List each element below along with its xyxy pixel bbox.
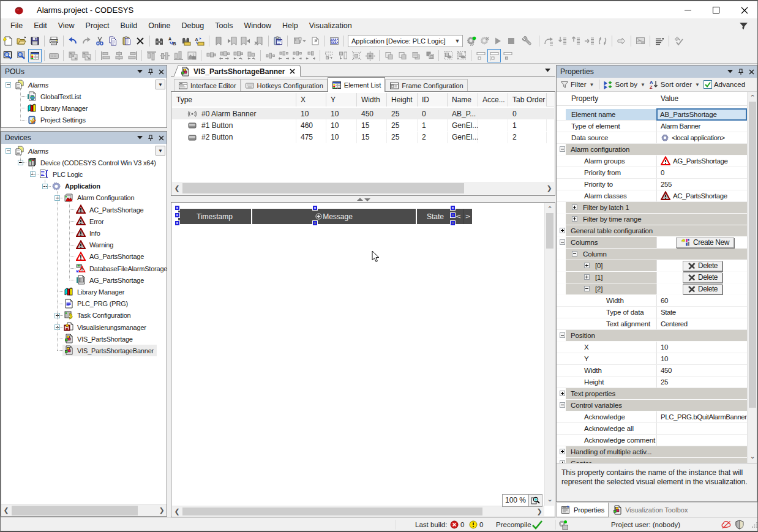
order-3-button[interactable]	[409, 49, 422, 62]
menu-debug[interactable]: Debug	[176, 19, 209, 32]
paste-button[interactable]	[120, 34, 133, 48]
selection-handle[interactable]	[451, 213, 455, 217]
undo-button[interactable]	[66, 34, 80, 48]
selection-handle[interactable]	[451, 206, 455, 210]
scroll-right-icon[interactable]: ❯	[157, 504, 167, 517]
menu-window[interactable]: Window	[238, 19, 276, 32]
tree-item-databasefilealarmstorage[interactable]: DatabaseFileAlarmStorage	[1, 263, 167, 274]
advanced-checkbox[interactable]: Advanced	[702, 80, 746, 89]
menu-tools[interactable]: Tools	[209, 19, 238, 32]
paste-special-button[interactable]	[271, 34, 285, 48]
group-expander-expanded[interactable]	[572, 251, 577, 257]
build-check-button[interactable]	[672, 34, 685, 48]
menu-funnel-icon[interactable]	[739, 21, 748, 31]
align-center-button[interactable]	[112, 49, 126, 62]
minimize-button[interactable]	[674, 1, 702, 19]
property-row-type-of-element[interactable]: Type of elementAlarm Banner	[557, 121, 747, 132]
property-value[interactable]	[656, 435, 747, 446]
banner-nav-button-next[interactable]: >	[463, 209, 472, 224]
scroll-thumb[interactable]	[182, 508, 482, 515]
bm-prev-button[interactable]	[225, 34, 239, 48]
order-4-button[interactable]	[422, 49, 436, 62]
tree-item-alarm-configuration[interactable]: Alarm Configuration	[1, 192, 167, 204]
delete-button[interactable]: Delete	[683, 272, 722, 283]
group-expander-expanded[interactable]	[560, 332, 565, 338]
properties-pin-icon[interactable]	[738, 69, 743, 75]
document-tab-close-icon[interactable]	[290, 69, 295, 74]
active-application-combobox[interactable]: Application [Device: PLC Logic]▼	[348, 35, 463, 47]
tpl2-button[interactable]	[80, 49, 93, 62]
alarm-banner-column-state[interactable]: State	[417, 209, 454, 224]
group-button[interactable]	[441, 49, 455, 62]
tree-item-library-manager[interactable]: Library Manager	[1, 286, 167, 298]
property-value[interactable]: PLC_PRG.bQuitAlarmBanner	[656, 411, 747, 422]
menu-build[interactable]: Build	[114, 19, 143, 32]
group-expander-collapsed[interactable]	[584, 274, 590, 280]
menu-project[interactable]: Project	[80, 19, 115, 32]
alarm-banner-column-message[interactable]: Message	[252, 209, 416, 224]
property-group-position[interactable]: Position	[557, 330, 747, 342]
tree-item-ag-partsshortage[interactable]: AG_PartsShortage	[1, 274, 167, 286]
tree-item-visualisierungsmanager[interactable]: Visualisierungsmanager	[1, 321, 167, 333]
bottom-tab-visualization-toolbox[interactable]: Visualization Toolbox	[609, 503, 691, 517]
group-expander-collapsed[interactable]	[560, 449, 565, 454]
delete-button[interactable]	[133, 34, 147, 48]
order-1-button[interactable]	[382, 49, 396, 62]
mode-edit-button[interactable]	[487, 49, 501, 62]
group-expander-expanded[interactable]	[560, 239, 565, 245]
subtab-interface-editor[interactable]: Interface Editor	[174, 79, 241, 92]
element-row-1[interactable]: #1 Button4601015251GenEl...1	[172, 119, 554, 131]
scroll-thumb[interactable]	[182, 183, 464, 193]
property-row-width[interactable]: Width450	[557, 365, 747, 377]
column-header-tab-order[interactable]: Tab Order	[508, 93, 547, 107]
scroll-left-icon[interactable]: ❮	[172, 182, 182, 195]
scroll-thumb[interactable]	[546, 213, 553, 249]
zoom-value[interactable]: 100 %	[502, 494, 529, 507]
copy-button[interactable]	[107, 34, 120, 48]
scroll-left-icon[interactable]: ❮	[172, 506, 182, 517]
subtab-hotkeys-configuration[interactable]: Hotkeys Configuration	[241, 79, 328, 92]
property-value[interactable]: 25	[656, 377, 747, 388]
tree-item-ag-partsshortage[interactable]: AG_PartsShortage	[1, 251, 167, 263]
tools-button[interactable]	[518, 34, 536, 48]
open-button[interactable]	[15, 34, 28, 48]
close-button[interactable]	[730, 1, 758, 19]
property-group-filter-by-latch-1[interactable]: Filter by latch 1	[557, 202, 747, 214]
size-h2-button[interactable]	[231, 49, 244, 62]
tree-item-vis-partsshortagebanner[interactable]: VIS_PartsShortageBanner	[1, 345, 167, 356]
selection-handle[interactable]	[313, 221, 317, 225]
property-row-acknowledge-all[interactable]: Acknowledge all	[557, 423, 747, 435]
selection-handle[interactable]	[175, 221, 179, 225]
column-header-x[interactable]: X	[296, 93, 326, 107]
property-value[interactable]: AB_PartsShortage	[656, 108, 747, 121]
group-expander-collapsed[interactable]	[560, 228, 565, 233]
tree-root-dropdown[interactable]: ▼	[156, 80, 165, 89]
mode-bg-button[interactable]	[474, 49, 487, 62]
menu-help[interactable]: Help	[277, 19, 304, 32]
dist-1-button[interactable]	[263, 49, 277, 62]
replace-button[interactable]: AB	[166, 34, 179, 48]
delete-button[interactable]: Delete	[683, 284, 722, 294]
property-group-alarm-configuration[interactable]: Alarm configuration	[557, 144, 747, 155]
preview-vscrollbar[interactable]: ⌃ ⌄	[544, 203, 554, 506]
flag-chart-button[interactable]	[634, 34, 647, 48]
visu-select-button[interactable]	[1, 49, 15, 62]
tree-item-ac-partsshortage[interactable]: AC_PartsShortage	[1, 204, 167, 215]
property-row-acknowledge[interactable]: AcknowledgePLC_PRG.bQuitAlarmBanner	[557, 411, 747, 423]
property-value[interactable]: 10	[656, 353, 747, 364]
property-column-header[interactable]: Property	[571, 94, 598, 103]
properties-vscrollbar[interactable]: ⌃ ⌄	[747, 92, 757, 463]
property-value[interactable]: State	[656, 307, 747, 318]
property-value[interactable]: 60	[656, 295, 747, 306]
bm-clear-button[interactable]	[252, 34, 266, 48]
property-row-element-name[interactable]: Element nameAB_PartsShortage	[557, 109, 747, 121]
property-value[interactable]: <local application>	[656, 132, 747, 143]
run-cursor-button[interactable]	[582, 34, 596, 48]
column-header-id[interactable]: ID	[418, 93, 448, 107]
step-over-button[interactable]	[542, 34, 555, 48]
editor-splitter[interactable]	[171, 196, 555, 202]
property-row-height[interactable]: Height25	[557, 377, 747, 388]
element-row-2[interactable]: #2 Button4751015252GenEl...2	[172, 132, 554, 143]
keyboard-button[interactable]	[47, 49, 61, 62]
align-top-button[interactable]	[144, 49, 158, 62]
